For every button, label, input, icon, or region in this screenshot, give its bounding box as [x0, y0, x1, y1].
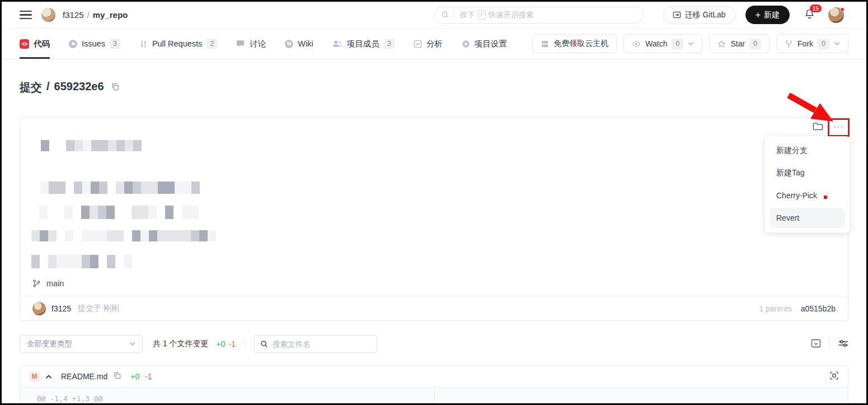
search-icon — [441, 11, 449, 19]
copy-filename-button[interactable] — [113, 371, 121, 381]
tab-wiki[interactable]: W Wiki — [285, 29, 313, 59]
import-icon — [673, 11, 681, 19]
bell-icon — [804, 11, 815, 21]
divider — [829, 338, 830, 350]
commit-card-footer: f3125 提交于 刚刚 1 parents a0515b2b — [20, 296, 848, 320]
file-deletions: -1 — [145, 372, 152, 381]
menu-item-revert[interactable]: Revert — [765, 207, 850, 229]
page-title: 提交 / 659232e6 — [20, 80, 104, 95]
sliders-icon — [838, 339, 848, 350]
repo-tabbar: <> 代码 Issues 3 Pull Requests 2 讨论 — [2, 29, 866, 59]
user-avatar[interactable] — [828, 7, 844, 23]
repo-tabs: <> 代码 Issues 3 Pull Requests 2 讨论 — [20, 29, 507, 59]
browse-files-button[interactable] — [813, 122, 823, 133]
more-actions-button[interactable]: ··· — [828, 118, 850, 137]
tab-members[interactable]: 项目成员 3 — [332, 29, 395, 59]
top-navbar: f3125 / my_repo 按下 / 快速开启搜索 迁移 GitLab + … — [2, 2, 866, 29]
cherry-pick-annotation-box — [824, 195, 827, 199]
window-chevron-icon — [811, 339, 821, 350]
migrate-gitlab-button[interactable]: 迁移 GitLab — [663, 6, 735, 24]
tab-pull-requests[interactable]: Pull Requests 2 — [139, 29, 217, 59]
search-placeholder-prefix: 按下 — [460, 10, 475, 20]
watch-count: 0 — [672, 39, 683, 49]
notifications-button[interactable]: 15 — [804, 8, 815, 21]
author-avatar[interactable] — [32, 302, 46, 315]
star-button[interactable]: Star 0 — [709, 34, 770, 53]
file-search-box — [254, 335, 377, 353]
pr-count-badge: 2 — [207, 39, 217, 49]
fork-button[interactable]: Fork 0 — [776, 34, 848, 53]
split-diff-divider — [434, 388, 435, 405]
chat-icon — [236, 40, 245, 48]
diff-filter-bar: 全部变更类型 共 1 个文件变更 +0 -1 — [20, 335, 848, 353]
git-branch-icon — [32, 279, 41, 288]
copy-icon — [111, 82, 120, 93]
repo-action-buttons: 免费领取云主机 Watch 0 Star 0 — [532, 34, 848, 53]
breadcrumb-separator: / — [87, 10, 90, 20]
author-name[interactable]: f3125 — [51, 304, 71, 313]
breadcrumb-owner[interactable]: f3125 — [63, 10, 84, 20]
collapse-all-button[interactable] — [811, 339, 821, 350]
search-placeholder-suffix: 快速开启搜索 — [489, 10, 534, 20]
menu-item-new-branch[interactable]: 新建分支 — [765, 139, 850, 162]
new-button[interactable]: + 新建 — [745, 6, 790, 24]
hamburger-menu-icon[interactable] — [20, 11, 32, 20]
parent-sha-link[interactable]: a0515b2b — [801, 304, 836, 313]
view-file-button[interactable] — [829, 371, 839, 382]
star-icon — [717, 40, 726, 48]
diff-hunk-row: @@ -1,4 +1,3 @@ — [20, 387, 848, 405]
page-title-row: 提交 / 659232e6 — [20, 80, 848, 95]
menu-item-new-tag[interactable]: 新建Tag — [765, 162, 850, 184]
menu-item-cherry-pick[interactable]: Cherry-Pick — [765, 184, 850, 207]
free-cloud-host-button[interactable]: 免费领取云主机 — [532, 34, 617, 53]
file-name[interactable]: README.md — [61, 372, 107, 381]
commit-parents: 1 parents a0515b2b — [759, 304, 836, 313]
commit-time: 提交于 刚刚 — [78, 304, 119, 314]
status-dot — [840, 7, 844, 12]
tab-analytics[interactable]: 分析 — [414, 29, 443, 59]
files-changed-summary: 共 1 个文件变更 — [153, 339, 209, 349]
breadcrumb-repo[interactable]: my_repo — [93, 10, 128, 20]
fork-icon — [785, 40, 793, 48]
search-divider — [454, 11, 454, 20]
file-diff-stats: +0 -1 — [130, 372, 152, 381]
chevron-down-icon — [688, 41, 694, 46]
file-diff-card: M README.md +0 -1 — [20, 365, 848, 405]
total-additions: +0 — [217, 339, 226, 348]
commit-card: ··· main f3125 提交于 刚刚 1 parents a0515b2b — [20, 117, 848, 321]
diff-view-controls — [811, 338, 848, 350]
slash-key-hint: / — [478, 10, 486, 20]
issues-count-badge: 3 — [110, 39, 120, 49]
gitee-commit-page: f3125 / my_repo 按下 / 快速开启搜索 迁移 GitLab + … — [0, 0, 868, 405]
branch-name[interactable]: main — [46, 279, 64, 288]
copy-sha-button[interactable] — [111, 82, 120, 93]
copy-icon — [113, 371, 121, 381]
tab-code[interactable]: <> 代码 — [20, 29, 50, 59]
collapse-file-button[interactable] — [45, 374, 52, 379]
star-count: 0 — [749, 39, 761, 49]
tab-issues[interactable]: Issues 3 — [69, 29, 120, 59]
file-diff-header: M README.md +0 -1 — [20, 366, 848, 387]
chevron-down-icon — [129, 342, 135, 346]
diff-settings-button[interactable] — [838, 339, 848, 350]
plus-icon: + — [756, 10, 761, 20]
pull-request-icon — [139, 40, 148, 48]
global-search-input[interactable]: 按下 / 快速开启搜索 — [434, 7, 644, 24]
owner-avatar[interactable] — [41, 7, 56, 22]
analytics-icon — [414, 40, 422, 48]
server-icon — [541, 40, 549, 48]
total-deletions: -1 — [229, 339, 236, 348]
change-type-select[interactable]: 全部变更类型 — [20, 335, 143, 353]
search-icon — [260, 340, 268, 348]
watch-button[interactable]: Watch 0 — [623, 34, 702, 53]
commit-card-actions: ··· — [813, 118, 850, 137]
chevron-down-icon — [834, 41, 840, 46]
commit-actions-dropdown: 新建分支 新建Tag Cherry-Pick Revert — [765, 136, 850, 232]
commit-sha: 659232e6 — [54, 80, 104, 95]
file-search-input[interactable] — [273, 340, 371, 348]
modified-status-badge: M — [29, 371, 40, 382]
members-icon — [332, 40, 342, 48]
tab-discussion[interactable]: 讨论 — [236, 29, 266, 59]
notification-count-badge: 15 — [810, 4, 822, 12]
tab-settings[interactable]: 项目设置 — [462, 29, 507, 59]
